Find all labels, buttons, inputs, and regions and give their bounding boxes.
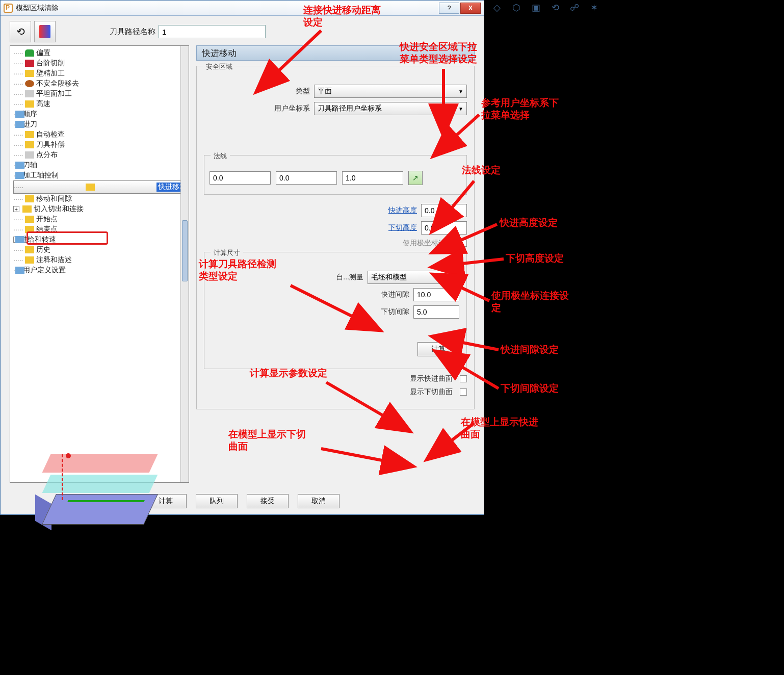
tree-item-label: 平坦面加工 — [36, 89, 72, 98]
tree-item-label: 自动检查 — [36, 130, 65, 139]
tree-node-icon — [25, 226, 34, 233]
tree-item-5[interactable]: ·····高速 — [13, 99, 189, 109]
normal-z-input[interactable] — [342, 171, 403, 185]
titlebar[interactable]: 模型区域清除 ? X — [1, 1, 484, 16]
dialog-accept-button[interactable]: 接受 — [247, 494, 289, 508]
tree-dash: ····· — [13, 59, 23, 67]
tree-item-label: 结束点 — [36, 225, 58, 234]
tree-item-12[interactable]: ·····加工轴控制 — [13, 170, 189, 180]
tree-item-label: 偏置 — [36, 48, 50, 58]
fast-gap-input[interactable] — [413, 288, 459, 301]
ann-5: 快进高度设定 — [500, 217, 558, 229]
stock-button[interactable] — [34, 21, 56, 42]
tree-item-6[interactable]: ·····顺序 — [13, 109, 189, 119]
chevron-down-icon: ▼ — [451, 275, 456, 280]
tree-item-21[interactable]: ·····用户定义设置 — [13, 265, 189, 275]
polar-checkbox[interactable] — [460, 240, 467, 247]
tree-dash: ····· — [13, 110, 23, 118]
tree-item-0[interactable]: ·····偏置 — [13, 48, 189, 58]
app-icon — [4, 4, 13, 13]
tree-item-8[interactable]: ·····自动检查 — [13, 129, 189, 140]
tree-dash: ····· — [13, 266, 23, 274]
plunge-height-input[interactable] — [421, 221, 467, 235]
preview-3d — [41, 454, 159, 526]
tree-node-icon — [25, 195, 34, 202]
ext-icon-2[interactable]: ⬡ — [509, 1, 524, 14]
tree-item-7[interactable]: ·····进刀 — [13, 119, 189, 129]
expand-icon[interactable]: + — [13, 206, 19, 212]
tree-node-icon — [25, 90, 34, 97]
tree-item-17[interactable]: ·····结束点 — [13, 224, 189, 235]
ext-icon-1[interactable]: ◇ — [489, 1, 505, 14]
measure-select[interactable]: 毛坯和模型 ▼ — [368, 271, 459, 284]
tree-item-9[interactable]: ·····刀具补偿 — [13, 140, 189, 150]
ext-icon-4[interactable]: ⟲ — [547, 1, 563, 14]
calc-size-fieldset: 计算尺寸 自...测量 毛坯和模型 ▼ 快进间隙 — [204, 252, 467, 369]
show-fast-checkbox[interactable] — [460, 375, 467, 382]
dialog-queue-button[interactable]: 队列 — [196, 494, 238, 508]
type-select[interactable]: 平面 ▼ — [314, 85, 467, 98]
tree-item-label: 台阶切削 — [36, 59, 65, 68]
tree-item-1[interactable]: ·····台阶切削 — [13, 58, 189, 68]
tree-item-2[interactable]: ·····壁精加工 — [13, 68, 189, 79]
normal-pick-button[interactable]: ↗ — [408, 171, 423, 185]
scrollbar-thumb[interactable] — [182, 220, 188, 281]
tree-scrollbar[interactable] — [180, 46, 189, 482]
tree-item-label: 注释和描述 — [36, 255, 72, 265]
dialog-window: 模型区域清除 ? X ⟲ 刀具路径名称 ·····偏置·····台阶切削····… — [0, 0, 484, 515]
toolpath-name-input[interactable] — [159, 25, 266, 38]
tree-item-label: 用户定义设置 — [23, 266, 66, 275]
help-button[interactable]: ? — [439, 3, 459, 14]
tree-item-13[interactable]: ·····快进移动 — [13, 180, 189, 194]
tree-item-11[interactable]: ·····刀轴 — [13, 160, 189, 170]
tree-node-icon — [25, 216, 34, 223]
ucs-select-value: 刀具路径用户坐标系 — [318, 104, 382, 113]
tree-item-label: 高速 — [36, 99, 50, 109]
tree-node-icon — [25, 60, 34, 67]
normal-y-input[interactable] — [276, 171, 337, 185]
tree-node-icon — [22, 205, 32, 213]
transform-icon: ⟲ — [16, 25, 25, 38]
tree-item-label: 开始点 — [36, 215, 58, 224]
toolpath-name-label: 刀具路径名称 — [110, 27, 155, 37]
tree-node-icon — [25, 100, 34, 108]
tree-item-18[interactable]: +进给和转速 — [13, 235, 189, 245]
tree-item-14[interactable]: ·····移动和间隙 — [13, 194, 189, 204]
panel-title: 快进移动 — [196, 45, 475, 61]
tree-item-10[interactable]: ·····点分布 — [13, 150, 189, 160]
ext-icon-3[interactable]: ▣ — [528, 1, 543, 14]
close-button[interactable]: X — [460, 3, 481, 14]
expand-icon[interactable]: + — [13, 237, 19, 243]
dialog-cancel-button[interactable]: 取消 — [298, 494, 339, 508]
tree-item-4[interactable]: ·····平坦面加工 — [13, 89, 189, 99]
ext-icon-5[interactable]: ☍ — [567, 1, 582, 14]
chevron-down-icon: ▼ — [458, 89, 463, 94]
tree-item-19[interactable]: ·····历史 — [13, 245, 189, 255]
tree-item-15[interactable]: +切入切出和连接 — [13, 204, 189, 214]
tree-item-label: 切入切出和连接 — [34, 204, 84, 214]
normal-x-input[interactable] — [210, 171, 271, 185]
fast-gap-label: 快进间隙 — [381, 290, 409, 299]
tree-node-icon — [25, 246, 34, 253]
fast-height-label[interactable]: 快进高度 — [356, 206, 417, 215]
ucs-select[interactable]: 刀具路径用户坐标系 ▼ — [314, 102, 467, 115]
show-plunge-checkbox[interactable] — [460, 388, 467, 396]
tree-dash: ····· — [13, 80, 23, 88]
tree-item-3[interactable]: ·····不安全段移去 — [13, 79, 189, 89]
calc-button[interactable]: 计算 — [417, 342, 459, 356]
safe-area-legend: 安全区域 — [203, 62, 236, 71]
plunge-height-label[interactable]: 下切高度 — [356, 223, 417, 232]
plunge-gap-input[interactable] — [413, 305, 459, 319]
tree-dash: ····· — [13, 131, 23, 139]
fast-height-input[interactable] — [421, 204, 467, 217]
tree-item-20[interactable]: ·····注释和描述 — [13, 255, 189, 265]
ext-icon-6[interactable]: ✶ — [586, 1, 602, 14]
normal-legend: 法线 — [211, 151, 230, 161]
tree-item-16[interactable]: ·····开始点 — [13, 214, 189, 224]
transform-button[interactable]: ⟲ — [10, 21, 31, 42]
normal-fieldset: 法线 ↗ — [204, 155, 467, 195]
tree-node-icon — [25, 49, 34, 57]
tree-dash: ····· — [13, 215, 23, 223]
ann-3: 参考用户坐标系下 拉菜单选择 — [481, 97, 559, 121]
safe-area-fieldset: 安全区域 类型 平面 ▼ 用户坐标系 刀具路径用户坐标系 ▼ — [196, 66, 475, 409]
